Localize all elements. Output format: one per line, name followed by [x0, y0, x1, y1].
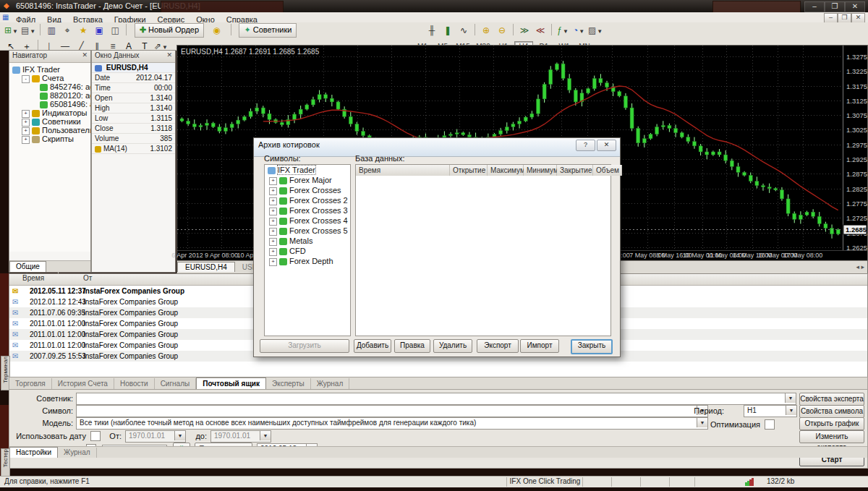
mdi-minimize-button[interactable]: –	[824, 13, 838, 23]
tree-expander-icon[interactable]: +	[22, 136, 30, 144]
market-watch-icon[interactable]: ▥	[44, 23, 59, 38]
dialog-tree-item[interactable]: +Forex Crosses	[265, 185, 350, 195]
tree-expander-icon[interactable]: +	[269, 248, 277, 256]
dialog-close-icon[interactable]: ✕	[597, 140, 616, 151]
new-order-button[interactable]: ✚ Новый Ордер	[135, 23, 204, 38]
open-chart-button[interactable]: Открыть график	[799, 417, 864, 430]
tree-expander-icon[interactable]: +	[269, 258, 277, 266]
expert-properties-button[interactable]: Свойства эксперта	[799, 393, 864, 406]
tester-side-tab[interactable]: Тестер	[1, 448, 10, 477]
minimize-button[interactable]: –	[804, 1, 825, 12]
tree-item[interactable]: +Советники	[11, 117, 89, 126]
modify-expert-button[interactable]: Изменить эксперта	[799, 430, 864, 443]
dialog-help-icon[interactable]: ?	[576, 140, 595, 151]
dialog-button-Удалить[interactable]: Удалить	[433, 339, 472, 353]
dialog-button-Импорт[interactable]: Импорт	[520, 339, 559, 353]
tree-expander-icon[interactable]: +	[269, 218, 277, 226]
tree-expander-icon[interactable]: +	[269, 197, 277, 205]
chart-shift-icon[interactable]: ≪	[533, 23, 548, 38]
crosshair-mode-icon[interactable]: ⌖	[60, 23, 75, 38]
tree-expander-icon[interactable]: +	[269, 187, 277, 195]
tree-item[interactable]: +Индикаторы	[11, 108, 89, 117]
symbol-properties-button[interactable]: Свойства символа	[799, 405, 864, 418]
from-date-combobox[interactable]: 1970.01.01▼	[125, 430, 186, 443]
navigator-tab-Общие[interactable]: Общие	[9, 261, 46, 272]
optimization-checkbox[interactable]	[765, 419, 775, 430]
tree-item[interactable]: +Скрипты	[11, 135, 89, 143]
tree-expander-icon[interactable]: +	[22, 119, 30, 127]
bar-chart-icon[interactable]: ╫	[425, 23, 439, 38]
tree-expander-icon[interactable]: +	[22, 127, 30, 135]
tree-item[interactable]: -Счета	[11, 74, 89, 82]
dialog-tree-item[interactable]: +CFD	[265, 246, 350, 256]
tree-item[interactable]: 65081496: agatha	[11, 100, 89, 108]
table-header-Закрытие[interactable]: Закрытие	[557, 165, 593, 176]
table-header-Максимум[interactable]: Максимум	[488, 165, 524, 176]
tree-expander-icon[interactable]: -	[22, 75, 30, 83]
terminal-tab[interactable]: Журнал	[311, 378, 350, 389]
dialog-tree-item[interactable]: +Forex Crosses 2	[265, 195, 350, 205]
dialog-tree-item[interactable]: +Forex Major	[265, 175, 350, 185]
terminal-tab[interactable]: Новости	[114, 378, 155, 389]
navigator-icon[interactable]: ◫	[108, 23, 122, 38]
data-window-icon[interactable]: ▣	[92, 23, 106, 38]
zoom-out-icon[interactable]: ⊖	[495, 23, 509, 38]
dialog-tree-item[interactable]: +Forex Crosses 5	[265, 226, 350, 236]
dialog-tree-item[interactable]: +Metals	[265, 236, 350, 246]
dialog-tree-item[interactable]: +Forex Crosses 4	[265, 215, 350, 226]
favorites-icon[interactable]: ★	[76, 23, 90, 38]
dialog-tree-item[interactable]: IFX Trader	[265, 165, 350, 175]
tester-tab[interactable]: Настройки	[9, 447, 58, 458]
mail-column-from[interactable]: От	[83, 274, 92, 282]
restore-button[interactable]: ❐	[825, 1, 845, 12]
table-header-Открытие[interactable]: Открытие	[450, 165, 488, 176]
symbol-combobox[interactable]: ▼	[76, 405, 708, 417]
indicators-icon[interactable]: ƒ▼	[556, 23, 570, 38]
tree-item[interactable]: IFX Trader	[11, 65, 89, 74]
dialog-button-Закрыть[interactable]: Закрыть	[571, 339, 613, 354]
navigator-close-icon[interactable]: ✕	[82, 51, 88, 59]
mdi-restore-button[interactable]: ❐	[838, 13, 851, 23]
auto-scroll-icon[interactable]: ≫	[517, 23, 532, 38]
tree-expander-icon[interactable]: +	[269, 228, 277, 236]
dialog-button-Правка[interactable]: Правка	[394, 339, 430, 353]
tree-expander-icon[interactable]: +	[269, 208, 277, 215]
line-chart-icon[interactable]: ∿	[456, 23, 471, 38]
table-header-Объем[interactable]: Объем	[593, 165, 622, 176]
tester-tab[interactable]: Журнал	[58, 448, 97, 458]
data-window-close-icon[interactable]: ✕	[166, 51, 172, 59]
table-header-Время[interactable]: Время	[356, 165, 450, 176]
chart-tab-eurusdh4[interactable]: EURUSD,H4	[177, 262, 235, 272]
dialog-tree-item[interactable]: +Forex Crosses 3	[265, 205, 350, 215]
status-trading-cell[interactable]: IFX One Click Trading	[506, 477, 583, 487]
periods-icon[interactable]: ◔▼	[571, 23, 586, 38]
tree-expander-icon[interactable]: +	[22, 110, 30, 118]
advisor-combobox[interactable]: ▼	[76, 393, 796, 405]
new-chart-icon[interactable]: ⊞▼	[4, 23, 19, 38]
close-button[interactable]: ✕	[845, 1, 865, 12]
tree-item[interactable]: 8820120: agatha	[11, 91, 89, 100]
templates-icon[interactable]: ▨▼	[587, 23, 603, 38]
terminal-tab[interactable]: История Счета	[52, 378, 114, 389]
terminal-tab[interactable]: Торговля	[9, 378, 52, 389]
terminal-tab[interactable]: Почтовый ящик	[196, 377, 266, 389]
to-date-combobox[interactable]: 1970.01.01▼	[210, 430, 271, 443]
dialog-title-bar[interactable]: Архив котировок	[254, 138, 620, 157]
terminal-tab[interactable]: Эксперты	[266, 378, 311, 389]
terminal-tab[interactable]: Сигналы	[155, 378, 197, 389]
table-header-Минимум[interactable]: Минимум	[524, 165, 557, 176]
period-combobox[interactable]: H1▼	[744, 405, 797, 417]
use-date-checkbox[interactable]	[90, 431, 101, 441]
mail-column-time[interactable]: Время	[22, 274, 44, 282]
tree-item[interactable]: +Пользовательские Инд	[11, 126, 89, 135]
alert-icon[interactable]: ◉	[210, 23, 224, 38]
dialog-button-Экспорт[interactable]: Экспорт	[477, 339, 519, 353]
tree-expander-icon[interactable]: +	[269, 238, 277, 246]
tree-expander-icon[interactable]: +	[269, 177, 277, 185]
model-combobox[interactable]: Все тики (наиболее точный метод на основ…	[76, 417, 708, 430]
mdi-close-button[interactable]: ✕	[851, 13, 865, 23]
tree-item[interactable]: 8452746: agatha	[11, 82, 89, 91]
candlestick-chart-icon[interactable]: ❚	[441, 23, 455, 38]
dialog-tree-item[interactable]: +Forex Depth	[265, 256, 350, 266]
dialog-button-Добавить[interactable]: Добавить	[354, 339, 391, 353]
